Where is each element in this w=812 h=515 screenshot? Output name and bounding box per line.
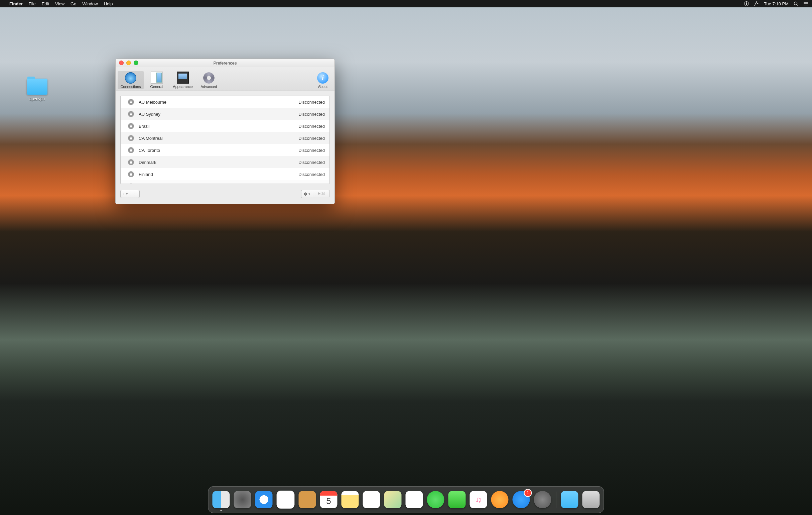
preferences-window: Preferences Connections General Appearan…	[115, 58, 335, 204]
connection-row[interactable]	[121, 180, 329, 184]
svg-rect-16	[130, 174, 132, 176]
chevron-down-icon: ▼	[308, 193, 311, 196]
toolbar-label-general: General	[150, 85, 163, 89]
dock-itunes[interactable]	[470, 491, 487, 508]
minimize-button[interactable]	[126, 60, 131, 65]
svg-rect-11	[130, 114, 132, 116]
connection-status: Disconnected	[298, 112, 325, 117]
dock-finder[interactable]	[212, 491, 230, 508]
remove-connection-button[interactable]: −	[130, 190, 139, 198]
toolbar-label-connections: Connections	[120, 85, 141, 89]
dock-notes[interactable]	[342, 491, 359, 508]
menubar: Finder File Edit View Go Window Help Tue…	[0, 0, 812, 7]
connection-row[interactable]: CA MontrealDisconnected	[121, 132, 329, 144]
svg-point-7	[804, 2, 804, 3]
appstore-badge: 1	[524, 489, 532, 497]
svg-line-3	[797, 5, 798, 6]
lock-icon	[128, 147, 134, 153]
dock-reminders[interactable]	[363, 491, 380, 508]
svg-rect-1	[746, 3, 747, 5]
toolbar-label-about: About	[318, 85, 328, 89]
menubar-lock-status-icon[interactable]	[744, 1, 749, 6]
toolbar-tab-appearance[interactable]: Appearance	[170, 70, 196, 89]
connection-row[interactable]: AU SydneyDisconnected	[121, 108, 329, 120]
dock-launchpad[interactable]	[234, 491, 251, 508]
menubar-clock[interactable]: Tue 7:10 PM	[764, 1, 789, 6]
add-connection-button[interactable]: + ▼	[121, 190, 130, 198]
svg-rect-13	[130, 138, 132, 140]
menubar-app-name[interactable]: Finder	[9, 1, 23, 6]
connection-name: Brazil	[139, 124, 298, 129]
dock-downloads[interactable]	[561, 491, 578, 508]
dock-photos[interactable]	[406, 491, 423, 508]
connection-name: CA Toronto	[139, 148, 298, 153]
window-titlebar[interactable]: Preferences	[116, 59, 335, 67]
display-icon	[177, 72, 189, 84]
dock-messages[interactable]	[427, 491, 444, 508]
dock-contacts[interactable]	[299, 491, 316, 508]
menu-help[interactable]: Help	[104, 1, 113, 6]
lock-icon	[128, 171, 134, 177]
menu-file[interactable]: File	[29, 1, 36, 6]
info-icon	[317, 72, 328, 84]
connection-status: Disconnected	[298, 136, 325, 141]
switch-icon	[151, 72, 163, 84]
toolbar-tab-about[interactable]: About	[313, 71, 332, 89]
lock-icon	[128, 99, 134, 105]
dock-mail[interactable]	[277, 491, 295, 509]
notification-center-icon[interactable]	[803, 1, 809, 6]
lock-icon	[128, 111, 134, 117]
dock-ibooks[interactable]	[491, 491, 509, 508]
connection-status: Disconnected	[298, 172, 325, 177]
folder-icon	[27, 79, 48, 94]
dock: 1	[208, 486, 604, 513]
dock-trash[interactable]	[582, 491, 600, 508]
plus-icon: +	[122, 191, 125, 197]
preferences-toolbar: Connections General Appearance Advanced …	[116, 67, 335, 91]
minus-icon: −	[133, 191, 136, 197]
connection-row[interactable]: CA TorontoDisconnected	[121, 144, 329, 156]
lock-icon	[128, 159, 134, 165]
edit-button[interactable]: Edit	[313, 190, 330, 197]
desktop-folder-openvpn[interactable]: openvpn	[25, 79, 49, 101]
chevron-down-icon: ▼	[126, 193, 128, 196]
dock-facetime[interactable]	[448, 491, 466, 508]
connections-list[interactable]: AU MelbourneDisconnectedAU SydneyDisconn…	[120, 96, 330, 184]
gear-icon	[203, 72, 214, 84]
connection-row[interactable]: DenmarkDisconnected	[121, 156, 329, 168]
window-title: Preferences	[116, 60, 335, 65]
edit-button-label: Edit	[318, 191, 325, 196]
svg-rect-14	[130, 150, 132, 152]
menu-window[interactable]: Window	[82, 1, 97, 6]
connection-row[interactable]: BrazilDisconnected	[121, 120, 329, 132]
menu-edit[interactable]: Edit	[42, 1, 49, 6]
zoom-button[interactable]	[134, 60, 138, 65]
actions-menu-button[interactable]: ✻▼	[301, 190, 313, 198]
svg-rect-10	[130, 102, 132, 104]
svg-rect-12	[130, 126, 132, 128]
toolbar-label-advanced: Advanced	[201, 85, 217, 89]
svg-point-8	[804, 3, 804, 4]
toolbar-tab-connections[interactable]: Connections	[118, 71, 144, 89]
desktop-folder-label: openvpn	[25, 97, 49, 101]
spotlight-icon[interactable]	[793, 1, 799, 6]
close-button[interactable]	[119, 60, 124, 65]
toolbar-tab-general[interactable]: General	[144, 70, 170, 89]
connection-row[interactable]: AU MelbourneDisconnected	[121, 96, 329, 108]
connection-status: Disconnected	[298, 124, 325, 129]
dock-calendar[interactable]	[320, 491, 338, 508]
toolbar-tab-advanced[interactable]: Advanced	[196, 71, 222, 89]
gear-icon: ✻	[304, 192, 308, 197]
dock-safari[interactable]	[255, 491, 273, 508]
dock-maps[interactable]	[384, 491, 402, 508]
connection-name: AU Sydney	[139, 112, 298, 117]
dock-system-preferences[interactable]	[534, 491, 551, 508]
dock-appstore[interactable]: 1	[513, 491, 530, 508]
connection-status: Disconnected	[298, 100, 325, 105]
menu-go[interactable]: Go	[70, 1, 76, 6]
connection-row[interactable]: FinlandDisconnected	[121, 168, 329, 180]
connection-status: Disconnected	[298, 160, 325, 165]
menubar-vpn-icon[interactable]	[754, 1, 759, 6]
menu-view[interactable]: View	[55, 1, 64, 6]
connection-name: CA Montreal	[139, 136, 298, 141]
